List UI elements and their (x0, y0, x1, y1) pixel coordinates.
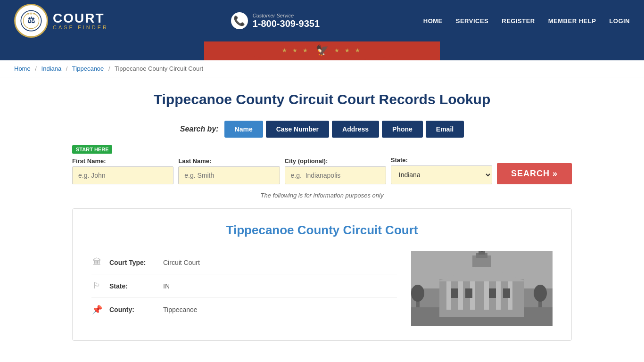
eagle-banner: ★ ★ ★ 🦅 ★ ★ ★ (0, 41, 644, 60)
court-card: Tippecanoe County Circuit Court 🏛 Court … (72, 208, 572, 341)
court-type-label: Court Type: (109, 259, 157, 266)
nav-home[interactable]: HOME (423, 17, 443, 25)
county-value: Tippecanoe (163, 306, 198, 313)
nav-services[interactable]: SERVICES (456, 17, 489, 25)
search-by-row: Search by: Name Case Number Address Phon… (72, 121, 572, 138)
state-value: IN (163, 282, 170, 290)
county-label: County: (109, 306, 157, 313)
sep3: / (108, 65, 110, 72)
svg-rect-19 (451, 288, 458, 298)
cs-label: Customer Service (253, 13, 320, 18)
court-info-type: 🏛 Court Type: Circuit Court (91, 251, 397, 274)
logo-court-label: COURT (53, 12, 108, 25)
tab-name[interactable]: Name (224, 121, 263, 138)
form-row: First Name: Last Name: City (optional): … (72, 156, 572, 184)
court-card-title: Tippecanoe County Circuit Court (91, 223, 553, 238)
cs-phone: 1-800-309-9351 (253, 18, 320, 29)
court-info-state: 🏳 State: IN (91, 274, 397, 298)
phone-icon: 📞 (231, 12, 248, 29)
logo-case-finder-label: CASE FINDER (53, 25, 108, 30)
main-content: Tippecanoe County Circuit Court Records … (63, 77, 581, 355)
last-name-label: Last Name: (178, 157, 280, 165)
eagle-icon: 🦅 (316, 44, 329, 57)
customer-service: 📞 Customer Service 1-800-309-9351 (231, 12, 320, 29)
map-pin-icon: 📌 (91, 304, 103, 315)
info-note: The following is for information purpose… (72, 192, 572, 199)
first-name-group: First Name: (72, 157, 173, 184)
breadcrumb-state[interactable]: Indiana (41, 65, 62, 72)
site-header: ⚖ ★ ★ ★ COURT CASE FINDER 📞 Customer Ser… (0, 0, 644, 41)
nav-member-help[interactable]: MEMBER HELP (548, 17, 596, 25)
svg-rect-9 (458, 281, 463, 310)
breadcrumb: Home / Indiana / Tippecanoe / Tippecanoe… (0, 60, 644, 77)
sep1: / (35, 65, 37, 72)
breadcrumb-current: Tippecanoe County Circuit Court (115, 65, 203, 72)
court-card-body: 🏛 Court Type: Circuit Court 🏳 State: IN … (91, 251, 553, 326)
page-title: Tippecanoe County Circuit Court Records … (72, 91, 572, 107)
city-label: City (optional): (285, 157, 386, 165)
svg-rect-21 (489, 288, 496, 298)
main-nav: HOME SERVICES REGISTER MEMBER HELP LOGIN (423, 17, 630, 25)
state-label: State: (391, 156, 492, 164)
tab-address[interactable]: Address (332, 121, 379, 138)
state-group: State: Indiana Illinois Ohio Michigan (391, 156, 492, 184)
logo-icon: ⚖ ★ ★ ★ (14, 4, 48, 38)
search-button[interactable]: SEARCH » (497, 163, 572, 184)
city-input[interactable] (285, 166, 386, 184)
start-here-badge: START HERE (72, 145, 572, 156)
svg-point-24 (411, 285, 424, 302)
nav-register[interactable]: REGISTER (502, 17, 535, 25)
first-name-label: First Name: (72, 157, 173, 165)
svg-point-26 (534, 285, 547, 302)
state-label-card: State: (109, 282, 157, 290)
tab-phone[interactable]: Phone (382, 121, 423, 138)
tab-case-number[interactable]: Case Number (266, 121, 329, 138)
search-by-label: Search by: (180, 125, 219, 133)
stars-left: ★ ★ ★ (282, 47, 310, 54)
tab-email[interactable]: Email (426, 121, 464, 138)
court-info-county: 📌 County: Tippecanoe (91, 298, 397, 321)
svg-rect-20 (465, 288, 472, 298)
breadcrumb-county[interactable]: Tippecanoe (72, 65, 104, 72)
svg-rect-18 (481, 251, 483, 252)
logo-area: ⚖ ★ ★ ★ COURT CASE FINDER (14, 4, 108, 38)
svg-rect-8 (446, 281, 451, 310)
search-form-area: START HERE First Name: Last Name: City (… (72, 145, 572, 184)
svg-rect-22 (503, 288, 510, 298)
state-select[interactable]: Indiana Illinois Ohio Michigan (391, 165, 492, 184)
last-name-input[interactable] (178, 166, 280, 184)
banner-arc: ★ ★ ★ 🦅 ★ ★ ★ (0, 41, 644, 60)
svg-rect-12 (496, 281, 501, 310)
eagle-banner-inner: ★ ★ ★ 🦅 ★ ★ ★ (244, 42, 400, 60)
building-icon: 🏛 (91, 257, 103, 267)
svg-text:⚖: ⚖ (27, 15, 35, 25)
city-group: City (optional): (285, 157, 386, 184)
courthouse-image (411, 251, 553, 326)
flag-icon: 🏳 (91, 281, 103, 291)
court-info-list: 🏛 Court Type: Circuit Court 🏳 State: IN … (91, 251, 397, 326)
court-type-value: Circuit Court (163, 259, 200, 266)
svg-rect-11 (484, 281, 489, 310)
cs-text: Customer Service 1-800-309-9351 (253, 13, 320, 29)
nav-login[interactable]: LOGIN (609, 17, 630, 25)
first-name-input[interactable] (72, 166, 173, 184)
svg-text:★ ★ ★: ★ ★ ★ (27, 12, 35, 15)
sep2: / (66, 65, 68, 72)
stars-right: ★ ★ ★ (334, 47, 363, 54)
logo-text: COURT CASE FINDER (53, 12, 108, 30)
last-name-group: Last Name: (178, 157, 280, 184)
breadcrumb-home[interactable]: Home (14, 65, 31, 72)
